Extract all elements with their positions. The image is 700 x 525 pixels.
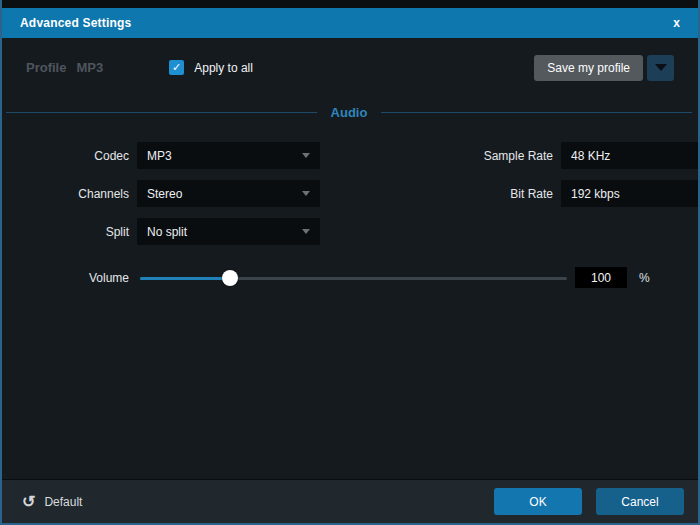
- chevron-down-icon: [302, 229, 310, 234]
- sample-rate-select[interactable]: 48 KHz: [561, 142, 700, 169]
- profile-value: MP3: [76, 60, 103, 75]
- volume-unit-label: %: [639, 271, 650, 285]
- codec-label: Codec: [26, 149, 129, 163]
- volume-slider[interactable]: [140, 270, 567, 286]
- channels-value: Stereo: [147, 187, 302, 201]
- sample-rate-label: Sample Rate: [320, 149, 553, 163]
- save-profile-group: Save my profile: [534, 55, 674, 81]
- default-reset-button[interactable]: ↺ Default: [22, 494, 82, 510]
- window-top-strip: [0, 0, 700, 8]
- channels-select[interactable]: Stereo: [137, 180, 320, 207]
- advanced-settings-dialog: Advanced Settings x Profile MP3 ✓ Apply …: [0, 0, 700, 525]
- chevron-down-icon: [302, 191, 310, 196]
- volume-label: Volume: [26, 271, 129, 285]
- audio-section-header: Audio: [6, 105, 692, 120]
- close-icon[interactable]: x: [667, 15, 686, 31]
- volume-slider-thumb[interactable]: [222, 270, 238, 286]
- volume-row: Volume %: [26, 267, 674, 288]
- codec-select[interactable]: MP3: [137, 142, 320, 169]
- ok-button[interactable]: OK: [494, 488, 582, 515]
- profile-label: Profile: [26, 60, 66, 75]
- dialog-title: Advanced Settings: [20, 16, 667, 30]
- dialog-content: Profile MP3 ✓ Apply to all Save my profi…: [2, 38, 698, 288]
- default-label: Default: [44, 495, 82, 509]
- split-label: Split: [26, 225, 129, 239]
- bit-rate-select[interactable]: 192 kbps: [561, 180, 700, 207]
- form-row-1: Codec MP3 Sample Rate 48 KHz: [26, 142, 674, 169]
- titlebar: Advanced Settings x: [0, 8, 700, 38]
- save-profile-dropdown-button[interactable]: [647, 55, 674, 81]
- section-divider-right: [381, 112, 692, 113]
- apply-to-all-checkbox-group[interactable]: ✓ Apply to all: [169, 60, 253, 75]
- sample-rate-value: 48 KHz: [571, 149, 700, 163]
- channels-label: Channels: [26, 187, 129, 201]
- form-row-2: Channels Stereo Bit Rate 192 kbps: [26, 180, 674, 207]
- chevron-down-icon: [302, 153, 310, 158]
- save-my-profile-button[interactable]: Save my profile: [534, 55, 643, 81]
- footer-bar: ↺ Default OK Cancel: [2, 479, 698, 523]
- audio-section-title: Audio: [317, 105, 382, 120]
- profile-row: Profile MP3 ✓ Apply to all Save my profi…: [26, 54, 674, 81]
- split-select[interactable]: No split: [137, 218, 320, 245]
- split-value: No split: [147, 225, 302, 239]
- reset-icon: ↺: [22, 494, 35, 510]
- bit-rate-value: 192 kbps: [571, 187, 700, 201]
- section-divider-left: [6, 112, 317, 113]
- form-row-3: Split No split: [26, 218, 674, 245]
- cancel-button[interactable]: Cancel: [596, 488, 684, 515]
- volume-value-input[interactable]: [575, 267, 627, 288]
- volume-slider-fill: [140, 277, 230, 280]
- apply-to-all-label: Apply to all: [194, 61, 253, 75]
- chevron-down-icon: [655, 64, 667, 71]
- bit-rate-label: Bit Rate: [320, 187, 553, 201]
- checkbox-checked-icon[interactable]: ✓: [169, 60, 184, 75]
- footer-buttons: OK Cancel: [494, 488, 684, 515]
- codec-value: MP3: [147, 149, 302, 163]
